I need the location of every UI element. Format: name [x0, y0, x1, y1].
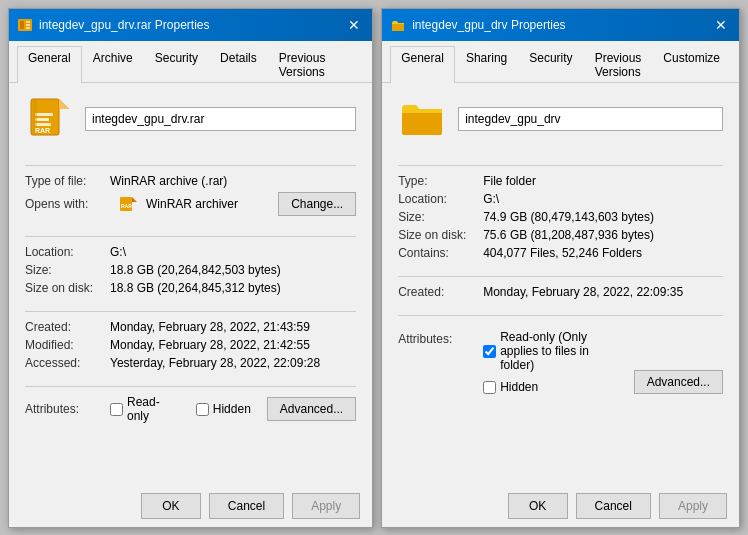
- right-hidden-checkbox[interactable]: [483, 381, 496, 394]
- right-contains-row: Contains: 404,077 Files, 52,246 Folders: [398, 246, 723, 260]
- svg-text:RAR: RAR: [121, 203, 132, 209]
- sep4-left: [25, 386, 356, 387]
- right-type-value: File folder: [483, 174, 536, 188]
- sep2-right: [398, 276, 723, 277]
- right-location-row: Location: G:\: [398, 192, 723, 206]
- tab-general-right[interactable]: General: [390, 46, 455, 83]
- right-filename-input[interactable]: [458, 107, 723, 131]
- right-title-text: integdev_gpu_drv Properties: [412, 18, 565, 32]
- sep1-right: [398, 165, 723, 166]
- right-checkboxes: Read-only (Only applies to files in fold…: [483, 330, 625, 394]
- right-content: Type: File folder Location: G:\ Size: 74…: [382, 83, 739, 485]
- right-title-bar: integdev_gpu_drv Properties ✕: [382, 9, 739, 41]
- right-type-section: Type: File folder Location: G:\ Size: 74…: [398, 174, 723, 260]
- tab-previous-versions-right[interactable]: Previous Versions: [584, 46, 653, 83]
- left-hidden-checkbox[interactable]: [196, 403, 209, 416]
- tab-security-right[interactable]: Security: [518, 46, 583, 83]
- left-type-row: Type of file: WinRAR archive (.rar): [25, 174, 356, 188]
- right-contains-value: 404,077 Files, 52,246 Folders: [483, 246, 642, 260]
- winrar-icon: RAR: [118, 194, 138, 214]
- change-button[interactable]: Change...: [278, 192, 356, 216]
- right-advanced-button[interactable]: Advanced...: [634, 370, 723, 394]
- right-hidden-label: Hidden: [500, 380, 538, 394]
- left-readonly-checkbox[interactable]: [110, 403, 123, 416]
- left-checkbox-group: Read-only Hidden Advanced...: [110, 395, 356, 423]
- left-size-value: 18.8 GB (20,264,842,503 bytes): [110, 263, 281, 277]
- right-attr-controls: Read-only (Only applies to files in fold…: [483, 330, 723, 394]
- left-attr-label: Attributes:: [25, 402, 110, 416]
- right-created-label: Created:: [398, 285, 483, 299]
- tab-general-left[interactable]: General: [17, 46, 82, 83]
- left-apply-button[interactable]: Apply: [292, 493, 360, 519]
- svg-rect-2: [26, 21, 30, 23]
- right-size-value: 74.9 GB (80,479,143,603 bytes): [483, 210, 654, 224]
- svg-rect-3: [26, 24, 30, 26]
- svg-rect-11: [35, 123, 51, 126]
- left-hidden-label: Hidden: [213, 402, 251, 416]
- left-location-value: G:\: [110, 245, 126, 259]
- left-opens-label: Opens with:: [25, 197, 110, 211]
- left-content: RAR Type of file: WinRAR archive (.rar) …: [9, 83, 372, 485]
- left-accessed-label: Accessed:: [25, 356, 110, 370]
- left-hidden-item: Hidden: [196, 402, 251, 416]
- left-advanced-button[interactable]: Advanced...: [267, 397, 356, 421]
- right-readonly-label: Read-only (Only applies to files in fold…: [500, 330, 625, 372]
- left-close-button[interactable]: ✕: [344, 15, 364, 35]
- left-location-section: Location: G:\ Size: 18.8 GB (20,264,842,…: [25, 245, 356, 295]
- left-ok-button[interactable]: OK: [141, 493, 201, 519]
- right-sizedisk-value: 75.6 GB (81,208,487,936 bytes): [483, 228, 654, 242]
- right-dialog: integdev_gpu_drv Properties ✕ General Sh…: [381, 8, 740, 528]
- left-filename-input[interactable]: [85, 107, 356, 131]
- left-location-label: Location:: [25, 245, 110, 259]
- tab-details-left[interactable]: Details: [209, 46, 268, 83]
- right-title-icon: [390, 17, 406, 33]
- left-type-label: Type of file:: [25, 174, 110, 188]
- right-readonly-checkbox[interactable]: [483, 345, 496, 358]
- right-size-label: Size:: [398, 210, 483, 224]
- tab-customize-right[interactable]: Customize: [652, 46, 731, 83]
- left-readonly-item: Read-only: [110, 395, 180, 423]
- tab-previous-versions-left[interactable]: Previous Versions: [268, 46, 364, 83]
- right-cancel-button[interactable]: Cancel: [576, 493, 651, 519]
- left-title-bar-left: integdev_gpu_drv.rar Properties: [17, 17, 210, 33]
- tab-security-left[interactable]: Security: [144, 46, 209, 83]
- tab-sharing-right[interactable]: Sharing: [455, 46, 518, 83]
- right-attributes-section: Attributes: Read-only (Only applies to f…: [398, 330, 723, 394]
- left-accessed-row: Accessed: Yesterday, February 28, 2022, …: [25, 356, 356, 370]
- right-sizedisk-label: Size on disk:: [398, 228, 483, 242]
- right-size-row: Size: 74.9 GB (80,479,143,603 bytes): [398, 210, 723, 224]
- left-modified-value: Monday, February 28, 2022, 21:42:55: [110, 338, 310, 352]
- right-dates-section: Created: Monday, February 28, 2022, 22:0…: [398, 285, 723, 299]
- right-location-label: Location:: [398, 192, 483, 206]
- left-type-value: WinRAR archive (.rar): [110, 174, 227, 188]
- left-sizedisk-label: Size on disk:: [25, 281, 110, 295]
- left-created-label: Created:: [25, 320, 110, 334]
- right-ok-button[interactable]: OK: [508, 493, 568, 519]
- sep1-left: [25, 165, 356, 166]
- left-title-bar: integdev_gpu_drv.rar Properties ✕: [9, 9, 372, 41]
- right-sizedisk-row: Size on disk: 75.6 GB (81,208,487,936 by…: [398, 228, 723, 242]
- left-created-row: Created: Monday, February 28, 2022, 21:4…: [25, 320, 356, 334]
- svg-rect-10: [35, 118, 49, 121]
- left-tabs: General Archive Security Details Previou…: [9, 41, 372, 83]
- left-file-header: RAR: [25, 95, 356, 143]
- right-type-label: Type:: [398, 174, 483, 188]
- left-footer: OK Cancel Apply: [9, 485, 372, 527]
- left-location-row: Location: G:\: [25, 245, 356, 259]
- sep2-left: [25, 236, 356, 237]
- left-title-icon: [17, 17, 33, 33]
- right-contains-label: Contains:: [398, 246, 483, 260]
- svg-rect-9: [35, 113, 53, 116]
- left-accessed-value: Yesterday, February 28, 2022, 22:09:28: [110, 356, 320, 370]
- left-size-row: Size: 18.8 GB (20,264,842,503 bytes): [25, 263, 356, 277]
- svg-rect-4: [26, 27, 30, 29]
- right-location-value: G:\: [483, 192, 499, 206]
- left-cancel-button[interactable]: Cancel: [209, 493, 284, 519]
- right-title-bar-left: integdev_gpu_drv Properties: [390, 17, 565, 33]
- right-apply-button[interactable]: Apply: [659, 493, 727, 519]
- right-tabs: General Sharing Security Previous Versio…: [382, 41, 739, 83]
- tab-archive-left[interactable]: Archive: [82, 46, 144, 83]
- left-opens-value: WinRAR archiver: [146, 197, 238, 211]
- right-footer: OK Cancel Apply: [382, 485, 739, 527]
- right-close-button[interactable]: ✕: [711, 15, 731, 35]
